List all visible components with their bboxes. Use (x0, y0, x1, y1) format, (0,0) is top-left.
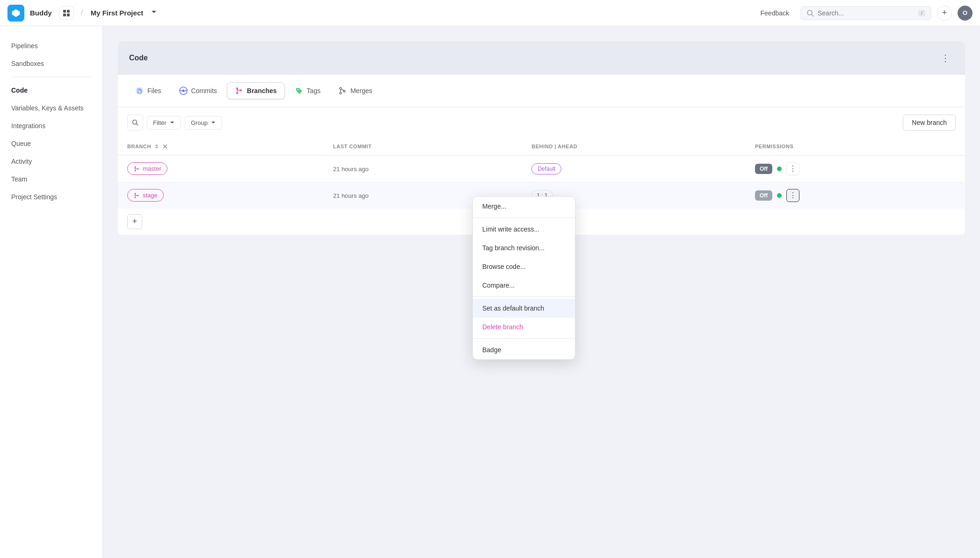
panel-options-button[interactable]: ⋮ (937, 51, 954, 65)
sidebar-item-project-settings[interactable]: Project Settings (0, 188, 102, 205)
svg-point-12 (236, 87, 238, 89)
sidebar-item-code[interactable]: Code (0, 82, 102, 99)
branch-name-stage[interactable]: stage (127, 189, 164, 202)
filter-chevron-icon (169, 120, 175, 125)
svg-line-21 (137, 124, 138, 126)
table-header-row: BRANCH LAST COMMIT BEHIND | AHEAD PERMIS… (118, 138, 965, 155)
svg-point-24 (135, 166, 136, 167)
search-icon (806, 9, 814, 17)
sidebar-item-activity[interactable]: Activity (0, 153, 102, 170)
branches-icon (235, 87, 243, 95)
svg-point-25 (135, 170, 136, 171)
svg-point-7 (136, 87, 143, 94)
row-more-button[interactable]: ⋮ (786, 189, 799, 202)
svg-line-6 (812, 14, 813, 16)
svg-marker-0 (12, 9, 20, 17)
menu-item-browse-code[interactable]: Browse code... (473, 257, 575, 276)
filter-button[interactable]: Filter (147, 116, 181, 130)
sort-icon (154, 144, 160, 149)
merges-icon (338, 87, 347, 95)
project-dropdown-button[interactable] (149, 7, 159, 19)
new-branch-button[interactable]: New branch (903, 115, 956, 130)
svg-point-28 (135, 193, 136, 194)
branch-name-cell: stage (118, 182, 324, 209)
add-button[interactable]: + (937, 6, 952, 21)
branch-icon (133, 192, 140, 199)
permissions-cell: Off ⋮ (746, 156, 965, 182)
row-more-button[interactable]: ⋮ (786, 162, 799, 175)
avatar[interactable]: O (958, 6, 973, 21)
svg-point-29 (135, 196, 136, 198)
tab-branches[interactable]: Branches (227, 82, 285, 99)
sidebar-item-sandboxes[interactable]: Sandboxes (0, 55, 102, 72)
grid-icon[interactable] (59, 6, 73, 20)
menu-item-badge[interactable]: Badge (473, 341, 575, 359)
sidebar-item-pipelines[interactable]: Pipelines (0, 37, 102, 54)
sidebar-item-queue[interactable]: Queue (0, 135, 102, 152)
tags-icon (295, 87, 303, 95)
files-icon (135, 87, 144, 95)
search-toolbar-button[interactable] (127, 115, 143, 130)
menu-item-merge[interactable]: Merge... (473, 197, 575, 216)
menu-item-tag-revision[interactable]: Tag branch revision... (473, 239, 575, 257)
sidebar-item-variables[interactable]: Variables, Keys & Assets (0, 100, 102, 116)
commits-icon (179, 87, 188, 95)
search-box: / (800, 6, 931, 20)
menu-item-limit-write[interactable]: Limit write access... (473, 220, 575, 239)
svg-point-5 (807, 10, 812, 15)
panel-header: Code ⋮ (118, 41, 965, 75)
branch-name-master[interactable]: master (127, 162, 167, 175)
branch-name-cell: master (118, 155, 324, 182)
svg-rect-4 (67, 14, 70, 16)
tabs-row: Files Commits (118, 75, 965, 107)
menu-item-delete[interactable]: Delete branch (473, 318, 575, 336)
permissions-off-badge: Off (755, 190, 772, 201)
svg-rect-3 (63, 14, 66, 16)
svg-rect-2 (67, 10, 70, 13)
status-cell: Default (522, 155, 745, 182)
group-chevron-icon (211, 120, 216, 125)
toolbar: Filter Group New branch (118, 107, 965, 138)
default-badge: Default (531, 163, 561, 174)
menu-item-compare[interactable]: Compare... (473, 276, 575, 295)
topnav: Buddy / My First Project Feedback / + O (0, 0, 980, 26)
feedback-button[interactable]: Feedback (755, 7, 795, 20)
search-input[interactable] (818, 9, 915, 17)
tab-tags[interactable]: Tags (287, 82, 329, 99)
add-branch-button[interactable]: + (127, 214, 142, 229)
permissions-cell: Off ⋮ (746, 182, 965, 209)
sidebar: Pipelines Sandboxes Code Variables, Keys… (0, 26, 103, 558)
online-indicator (777, 167, 782, 171)
online-indicator (777, 193, 782, 198)
project-name: My First Project (91, 9, 144, 17)
permissions-off-badge: Off (755, 164, 772, 174)
app-logo[interactable] (7, 5, 24, 22)
svg-point-20 (133, 120, 137, 124)
svg-point-16 (297, 89, 298, 90)
svg-rect-1 (63, 10, 66, 13)
search-toolbar-icon (132, 119, 138, 126)
svg-point-18 (340, 92, 341, 94)
svg-point-9 (182, 90, 184, 92)
app-name: Buddy (30, 9, 52, 17)
menu-divider-3 (473, 338, 575, 339)
svg-point-13 (236, 92, 238, 94)
tab-merges[interactable]: Merges (330, 82, 380, 99)
sidebar-divider (11, 77, 91, 77)
table-row: master 21 hours ago Default Off ⋮ (118, 155, 965, 182)
group-button[interactable]: Group (185, 116, 222, 130)
tab-files[interactable]: Files (127, 82, 169, 99)
menu-item-set-default[interactable]: Set as default branch (473, 299, 575, 318)
col-branch[interactable]: BRANCH (118, 138, 324, 155)
sidebar-item-integrations[interactable]: Integrations (0, 117, 102, 134)
col-permissions: PERMISSIONS (746, 138, 965, 155)
col-behind-ahead: BEHIND | AHEAD (522, 138, 745, 155)
close-filter-icon[interactable] (162, 144, 168, 149)
branch-icon (133, 166, 140, 172)
tab-commits[interactable]: Commits (171, 82, 225, 99)
panel-title: Code (129, 54, 148, 62)
menu-divider (473, 217, 575, 218)
commit-time-cell: 21 hours ago (324, 155, 522, 182)
menu-divider-2 (473, 297, 575, 297)
sidebar-item-team[interactable]: Team (0, 171, 102, 188)
